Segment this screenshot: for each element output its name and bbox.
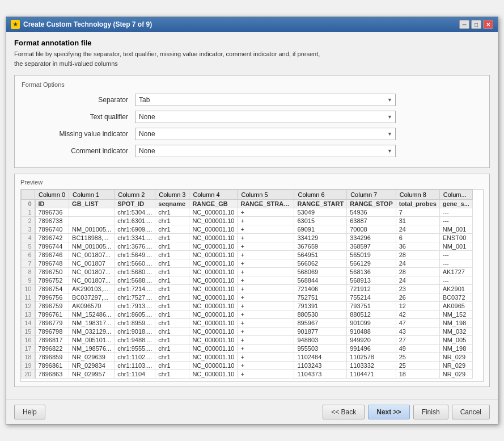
table-row: 117896756BC037297,...chr1:7527....chr1NC… [22,293,473,302]
missing-value-row: Missing value indicator None [22,128,482,140]
table-row: 167896817NM_005101...chr1:9488....chr1NC… [22,336,473,345]
preview-table: Column 0 Column 1 Column 2 Column 3 Colu… [21,190,473,379]
title-bar: ★ Create Custom Technology (Step 7 of 9)… [6,17,498,32]
table-row: 77896748NC_001807chr1:5660....chr1NC_000… [22,259,473,268]
table-row: 137896761NM_152486...chr1:8605....chr1NC… [22,310,473,319]
col-header-8: Column 8 [396,190,439,200]
table-row: 47896742BC118988,...chr1:3341....chr1NC_… [22,234,473,242]
footer: Help << Back Next >> Finish Cancel [6,400,498,424]
comment-control: None [135,145,396,157]
col-header-0: Column 0 [35,190,69,200]
col-header-num [22,190,35,200]
navigation-buttons: << Back Next >> Finish Cancel [323,405,490,419]
preview-table-container[interactable]: Column 0 Column 1 Column 2 Column 3 Colu… [20,189,484,382]
text-qualifier-label: Text qualifier [22,113,135,121]
col-header-3: Column 3 [155,190,189,200]
table-row: 27896738chr1:6301....chr1NC_000001.10+63… [22,217,473,225]
table-row: 187896859NR_029639chr1:1102....chr1NC_00… [22,353,473,362]
comment-label: Comment indicator [22,147,135,155]
separator-label: Separator [22,96,135,104]
minimize-button[interactable]: ─ [459,20,469,29]
page-description: Format file by specifying the separator,… [14,49,490,68]
table-row: 97896752NC_001807...chr1:5688....chr1NC_… [22,276,473,285]
table-row: 157896798NM_032129...chr1:9018....chr1NC… [22,327,473,336]
window-icon: ★ [11,20,20,29]
separator-control: Tab [135,94,396,106]
table-row: 17896736chr1:5304....chr1NC_000001.10+53… [22,208,473,217]
maximize-button[interactable]: □ [471,20,481,29]
col-header-4: Column 4 [189,190,238,200]
table-row: 177896822NM_198576...chr1:9555....chr1NC… [22,345,473,353]
table-row: 67896746NC_001807...chr1:5649....chr1NC_… [22,251,473,259]
text-qualifier-control: None [135,111,396,123]
col-header-more: Colum... [439,190,472,200]
table-row: 37896740NM_001005...chr1:6909....chr1NC_… [22,225,473,234]
table-row: 0IDGB_LISTSPOT_IDseqnameRANGE_GBRANGE_ST… [22,200,473,208]
table-row: 57896744NM_001005...chr1:3676....chr1NC_… [22,242,473,251]
table-row: 197896861NR_029834chr1:1103....chr1NC_00… [22,362,473,370]
cancel-button[interactable]: Cancel [452,405,490,419]
preview-label: Preview [20,179,484,186]
preview-panel: Preview Column 0 Column 1 Column 2 Colum… [14,174,490,387]
comment-dropdown[interactable]: None [135,145,396,157]
text-qualifier-row: Text qualifier None [22,111,482,123]
col-header-2: Column 2 [115,190,155,200]
table-row: 207896863NR_029957chr1:1104chr1NC_000001… [22,370,473,379]
column-header-row: Column 0 Column 1 Column 2 Column 3 Colu… [22,190,473,200]
help-button[interactable]: Help [14,405,45,419]
table-row: 87896750NC_001807...chr1:5680....chr1NC_… [22,268,473,276]
col-header-6: Column 6 [294,190,347,200]
format-options-label: Format Options [22,81,482,88]
window-title: Create Custom Technology (Step 7 of 9) [23,20,152,28]
separator-dropdown[interactable]: Tab [135,94,396,106]
finish-button[interactable]: Finish [413,405,448,419]
page-title: Format annotation file [14,39,490,47]
col-header-1: Column 1 [69,190,115,200]
table-row: 107896754AK290103,...chr1:7214....chr1NC… [22,285,473,293]
col-header-7: Column 7 [347,190,396,200]
col-header-5: Column 5 [238,190,294,200]
next-button[interactable]: Next >> [368,405,409,419]
main-window: ★ Create Custom Technology (Step 7 of 9)… [6,16,498,425]
missing-value-label: Missing value indicator [22,130,135,138]
close-button[interactable]: ✕ [483,20,493,29]
table-row: 127896759AK096570chr1:7913....chr1NC_000… [22,302,473,310]
back-button[interactable]: << Back [323,405,365,419]
separator-row: Separator Tab [22,94,482,106]
missing-value-control: None [135,128,396,140]
table-row: 147896779NM_198317...chr1:8959....chr1NC… [22,319,473,327]
format-options-panel: Format Options Separator Tab Text qualif… [14,75,490,168]
text-qualifier-dropdown[interactable]: None [135,111,396,123]
comment-row: Comment indicator None [22,145,482,157]
missing-value-dropdown[interactable]: None [135,128,396,140]
